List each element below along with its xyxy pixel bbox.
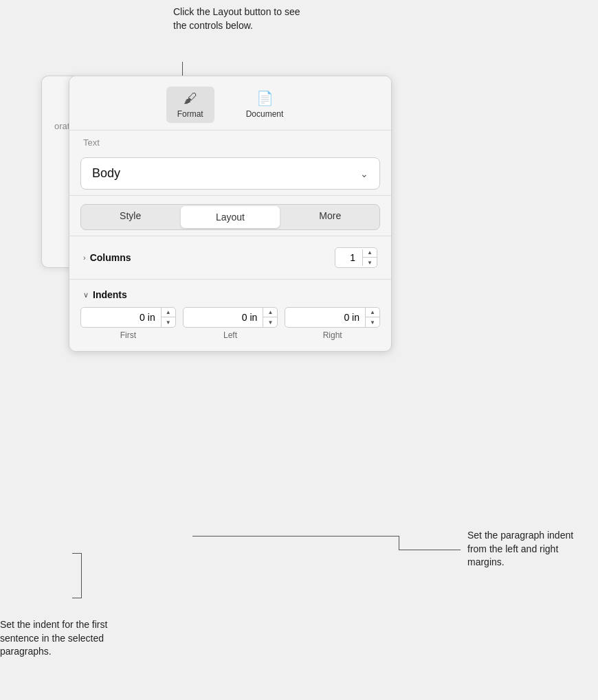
tab-style[interactable]: Style [81,205,179,229]
indents-collapse-icon: ∨ [83,291,89,300]
indent-right-input-row[interactable]: 0 in ▲ ▼ [285,307,380,328]
bracket-line-right-horiz [399,550,461,550]
indent-right-stepper: ▲ ▼ [366,308,379,327]
columns-label: Columns [90,252,131,263]
callout-top-text: Click the Layout button to see the contr… [173,5,311,32]
divider-3 [69,279,391,280]
columns-stepper-buttons: ▲ ▼ [363,248,377,267]
indent-left-input-row[interactable]: 0 in ▲ ▼ [183,307,278,328]
indent-first: 0 in ▲ ▼ First [80,307,176,340]
columns-expand-icon: › [83,253,86,262]
bracket-line-right-vert [399,536,399,550]
indent-left-increment[interactable]: ▲ [263,308,277,317]
indents-fields: 0 in ▲ ▼ First 0 in ▲ ▼ [80,307,380,340]
indents-section: ∨ Indents 0 in ▲ ▼ First 0 i [69,282,391,351]
indent-right-increment[interactable]: ▲ [366,308,379,317]
indent-right-decrement[interactable]: ▼ [366,317,379,327]
divider-2 [69,236,391,236]
style-dropdown-value: Body [92,166,120,181]
indent-left-value: 0 in [184,308,264,327]
indent-right-label: Right [323,330,342,340]
indent-left-decrement[interactable]: ▼ [263,317,277,327]
format-tab-label: Format [177,109,203,119]
sub-tab-bar: Style Layout More [80,204,380,230]
tab-layout[interactable]: Layout [181,206,279,228]
bracket-left-horiz-bottom [72,598,82,598]
columns-value: 1 [335,249,363,266]
indent-first-increment[interactable]: ▲ [162,308,175,317]
indents-label: Indents [93,289,127,300]
indent-first-input-row[interactable]: 0 in ▲ ▼ [80,307,176,328]
bracket-left-vert [81,553,82,598]
callout-bottom-left-text: Set the indent for the first sentence in… [0,618,148,659]
columns-label-container: › Columns [83,252,131,263]
page-container: Click the Layout button to see the contr… [0,0,598,700]
indent-left: 0 in ▲ ▼ Left [183,307,278,340]
divider-1 [69,195,391,196]
document-tab-label: Document [246,109,284,119]
tab-more[interactable]: More [281,205,379,229]
indent-left-stepper: ▲ ▼ [263,308,277,327]
indent-first-value: 0 in [81,308,162,327]
indent-right-value: 0 in [285,308,366,327]
tab-format[interactable]: 🖌 Format [166,87,214,123]
bracket-left-horiz-top [72,553,82,554]
columns-increment-button[interactable]: ▲ [363,248,377,258]
indent-first-label: First [120,330,136,340]
callout-right-text: Set the paragraph indent from the left a… [467,529,595,569]
indent-right: 0 in ▲ ▼ Right [285,307,380,340]
text-section-label: Text [69,131,391,152]
columns-decrement-button[interactable]: ▼ [363,258,377,267]
indents-header: ∨ Indents [80,282,380,307]
style-dropdown[interactable]: Body ⌄ [80,157,380,190]
tab-document[interactable]: 📄 Document [235,86,295,123]
indent-left-label: Left [223,330,237,340]
columns-row: › Columns 1 ▲ ▼ [69,239,391,276]
panel-header: 🖌 Format 📄 Document [69,76,391,131]
document-icon: 📄 [256,90,274,106]
format-icon: 🖌 [184,91,197,106]
bracket-line-top [192,536,399,537]
columns-stepper[interactable]: 1 ▲ ▼ [335,247,377,268]
indent-first-decrement[interactable]: ▼ [162,317,175,327]
format-panel: 🖌 Format 📄 Document Text Body ⌄ Style La… [69,76,392,352]
indent-first-stepper: ▲ ▼ [162,308,175,327]
chevron-down-icon: ⌄ [360,168,368,179]
